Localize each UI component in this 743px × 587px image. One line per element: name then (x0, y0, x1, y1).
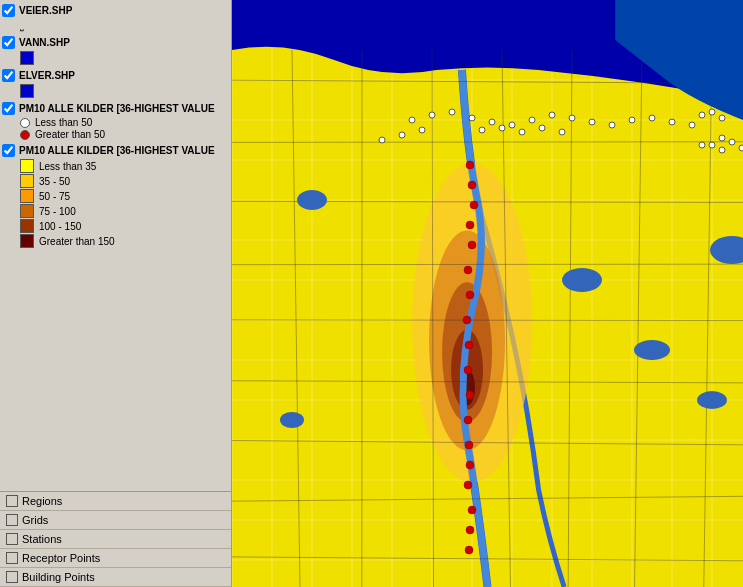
receptor-points-label: Receptor Points (22, 552, 100, 564)
stations-label: Stations (22, 533, 62, 545)
layer-veier: VEIER.SHP ˽ (2, 4, 229, 32)
pm10-less50-label: Less than 50 (35, 117, 92, 128)
vann-color-swatch (20, 51, 34, 65)
building-points-button[interactable]: Building Points (0, 568, 231, 587)
legend-area: VEIER.SHP ˽ VANN.SHP ELVER.SHP (0, 0, 231, 491)
elver-color-swatch (20, 84, 34, 98)
layer-veier-checkbox[interactable] (2, 4, 15, 17)
layer-veier-title: VEIER.SHP (19, 5, 72, 16)
grids-button[interactable]: Grids (0, 511, 231, 530)
layer-vann-title: VANN.SHP (19, 37, 70, 48)
regions-label: Regions (22, 495, 62, 507)
pm10-less50-item: Less than 50 (20, 117, 229, 128)
pm10-greater50-swatch (20, 130, 30, 140)
pm10-greater50-label: Greater than 50 (35, 129, 105, 140)
pm10-fill-swatch-4 (20, 219, 34, 233)
layer-vann: VANN.SHP (2, 36, 229, 65)
regions-icon (6, 495, 18, 507)
layer-pm10-fill-checkbox[interactable] (2, 144, 15, 157)
layer-pm10-points-title: PM10 ALLE KILDER [36-HIGHEST VALUE (19, 103, 215, 114)
pm10-fill-swatch-1 (20, 174, 34, 188)
pm10-fill-item-1: 35 - 50 (20, 174, 229, 188)
map-area[interactable] (232, 0, 743, 587)
layer-elver-checkbox[interactable] (2, 69, 15, 82)
pm10-greater50-item: Greater than 50 (20, 129, 229, 140)
layer-pm10-points: PM10 ALLE KILDER [36-HIGHEST VALUE Less … (2, 102, 229, 140)
building-icon (6, 571, 18, 583)
pm10-fill-label-2: 50 - 75 (39, 191, 70, 202)
pm10-fill-swatch-3 (20, 204, 34, 218)
sidebar: VEIER.SHP ˽ VANN.SHP ELVER.SHP (0, 0, 232, 587)
pm10-fill-label-0: Less than 35 (39, 161, 96, 172)
pm10-fill-swatch-2 (20, 189, 34, 203)
pm10-fill-item-4: 100 - 150 (20, 219, 229, 233)
pm10-fill-item-3: 75 - 100 (20, 204, 229, 218)
grids-label: Grids (22, 514, 48, 526)
elver-swatch-item (20, 84, 229, 98)
stations-icon (6, 533, 18, 545)
grids-icon (6, 514, 18, 526)
layer-pm10-fill: PM10 ALLE KILDER [36-HIGHEST VALUE Less … (2, 144, 229, 248)
pm10-less50-swatch (20, 118, 30, 128)
regions-button[interactable]: Regions (0, 492, 231, 511)
layer-vann-checkbox[interactable] (2, 36, 15, 49)
pm10-fill-label-4: 100 - 150 (39, 221, 81, 232)
map-canvas (232, 0, 743, 587)
pm10-fill-label-1: 35 - 50 (39, 176, 70, 187)
layer-pm10-fill-title: PM10 ALLE KILDER [36-HIGHEST VALUE (19, 145, 215, 156)
veier-line-icon: ˽ (20, 19, 229, 32)
layer-pm10-points-checkbox[interactable] (2, 102, 15, 115)
pm10-fill-item-0: Less than 35 (20, 159, 229, 173)
pm10-fill-swatch-5 (20, 234, 34, 248)
pm10-fill-swatch-0 (20, 159, 34, 173)
layer-elver: ELVER.SHP (2, 69, 229, 98)
pm10-fill-label-5: Greater than 150 (39, 236, 115, 247)
bottom-buttons: Regions Grids Stations Receptor Points B… (0, 491, 231, 587)
layer-elver-title: ELVER.SHP (19, 70, 75, 81)
building-points-label: Building Points (22, 571, 95, 583)
vann-swatch-item (20, 51, 229, 65)
receptor-points-button[interactable]: Receptor Points (0, 549, 231, 568)
stations-button[interactable]: Stations (0, 530, 231, 549)
pm10-fill-item-2: 50 - 75 (20, 189, 229, 203)
pm10-fill-label-3: 75 - 100 (39, 206, 76, 217)
receptor-icon (6, 552, 18, 564)
pm10-fill-item-5: Greater than 150 (20, 234, 229, 248)
